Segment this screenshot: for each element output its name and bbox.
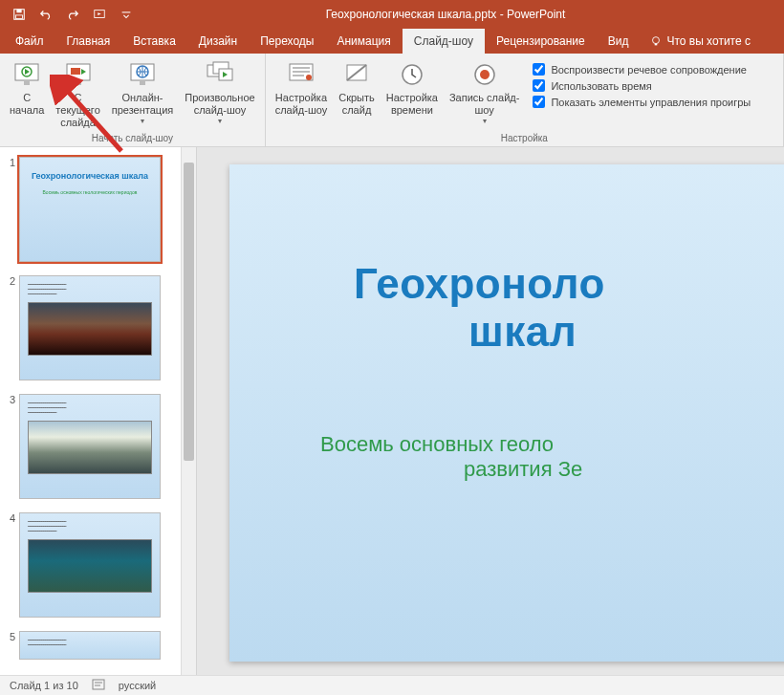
from-current-button[interactable]: С текущего слайда	[52, 57, 103, 131]
status-language[interactable]: русский	[119, 680, 156, 691]
thumb-number: 2	[6, 275, 19, 380]
tab-insert[interactable]: Вставка	[121, 29, 187, 54]
table-row: 3 ━━━━━━━━━━━━━━━━━━━━━━━━━━━━━━━━━━━━━━…	[6, 394, 177, 499]
tab-home[interactable]: Главная	[55, 29, 122, 54]
lightbulb-icon	[649, 34, 663, 48]
custom-slideshow-label: Произвольное слайд-шоу	[185, 92, 254, 117]
slideshow-options: Воспроизвести речевое сопровождение Испо…	[527, 57, 756, 108]
group-start-slideshow: С начала С текущего слайда Онлайн- презе…	[0, 54, 266, 146]
from-beginning-button[interactable]: С начала	[6, 57, 48, 119]
scrollbar-handle[interactable]	[184, 163, 194, 461]
qat-customize-button[interactable]	[115, 3, 138, 26]
undo-button[interactable]	[34, 3, 57, 26]
svg-rect-11	[76, 81, 81, 85]
svg-rect-12	[71, 68, 80, 75]
slide-thumbnails-panel: 1 Геохронологическая шкала Восемь основн…	[0, 147, 196, 675]
record-label: Запись слайд- шоу	[449, 92, 519, 117]
thumbnail-3[interactable]: ━━━━━━━━━━━━━━━━━━━━━━━━━━━━━━━━━━━━━━━━…	[19, 394, 161, 499]
hide-slide-button[interactable]: Скрыть слайд	[335, 57, 379, 119]
svg-rect-4	[122, 11, 131, 12]
thumb-image	[28, 539, 152, 593]
quick-access-toolbar	[0, 3, 145, 26]
ribbon-tabs: Файл Главная Вставка Дизайн Переходы Ани…	[0, 29, 784, 54]
chk-narration[interactable]: Воспроизвести речевое сопровождение	[533, 63, 751, 76]
present-online-button[interactable]: Онлайн- презентация ▾	[108, 57, 178, 127]
chk-controls-input[interactable]	[533, 96, 545, 108]
chk-timings[interactable]: Использовать время	[533, 79, 751, 92]
thumb-text: ━━━━━━━━━━━━━━━━━━━━━━━━━━━━━━━━━━━━━━━━	[20, 632, 160, 651]
thumb-image	[28, 421, 152, 474]
tab-design[interactable]: Дизайн	[187, 29, 249, 54]
setup-icon	[286, 59, 316, 90]
group-setup: Настройка слайд-шоу Скрыть слайд Настрой…	[266, 54, 784, 146]
redo-button[interactable]	[61, 3, 84, 26]
thumb-text: ━━━━━━━━━━━━━━━━━━━━━━━━━━━━━━━━━━━━━━━━…	[20, 276, 160, 300]
thumbnail-4[interactable]: ━━━━━━━━━━━━━━━━━━━━━━━━━━━━━━━━━━━━━━━━…	[19, 512, 161, 618]
tab-file[interactable]: Файл	[4, 29, 55, 54]
chk-narration-input[interactable]	[533, 63, 545, 76]
thumb-number: 4	[6, 512, 19, 618]
tab-review[interactable]: Рецензирование	[485, 29, 597, 54]
setup-slideshow-button[interactable]: Настройка слайд-шоу	[272, 57, 332, 119]
table-row: 1 Геохронологическая шкала Восемь основн…	[6, 157, 177, 262]
thumbnails-scrollbar[interactable]	[181, 147, 196, 675]
svg-rect-1	[16, 10, 21, 13]
chk-timings-input[interactable]	[533, 79, 545, 92]
chevron-down-icon: ▾	[141, 117, 144, 125]
thumb-image	[28, 302, 152, 356]
present-online-label: Онлайн- презентация	[112, 92, 174, 117]
custom-slideshow-button[interactable]: Произвольное слайд-шоу ▾	[181, 57, 258, 127]
workspace: 1 Геохронологическая шкала Восемь основн…	[0, 147, 784, 675]
tab-transitions[interactable]: Переходы	[249, 29, 325, 54]
ribbon: С начала С текущего слайда Онлайн- презе…	[0, 54, 784, 147]
chk-controls[interactable]: Показать элементы управления проигры	[533, 96, 751, 108]
tab-animations[interactable]: Анимация	[325, 29, 402, 54]
hide-slide-icon	[341, 59, 372, 90]
slide-subtitle[interactable]: Восемь основных геоло развития Зе	[229, 356, 784, 482]
svg-rect-2	[16, 15, 23, 19]
rehearse-button[interactable]: Настройка времени	[382, 57, 442, 119]
notes-icon[interactable]	[92, 678, 105, 693]
presentation-play-icon	[11, 59, 42, 90]
thumb-number: 1	[6, 157, 19, 262]
thumb-subtitle: Восемь основных геологических периодов	[20, 182, 160, 195]
group-label-start: Начать слайд-шоу	[0, 133, 265, 146]
tab-slideshow[interactable]: Слайд-шоу	[403, 29, 485, 54]
title-bar: Геохронологическая шкала.pptx - PowerPoi…	[0, 0, 784, 29]
table-row: 2 ━━━━━━━━━━━━━━━━━━━━━━━━━━━━━━━━━━━━━━…	[6, 275, 177, 380]
svg-rect-8	[24, 81, 30, 85]
thumbnail-5[interactable]: ━━━━━━━━━━━━━━━━━━━━━━━━━━━━━━━━━━━━━━━━	[19, 631, 161, 660]
svg-point-5	[653, 37, 660, 44]
thumb-title: Геохронологическая шкала	[20, 158, 160, 182]
status-slide-count[interactable]: Слайд 1 из 10	[10, 680, 78, 691]
thumbnail-1[interactable]: Геохронологическая шкала Восемь основных…	[19, 157, 161, 262]
save-button[interactable]	[8, 3, 31, 26]
record-icon	[469, 59, 500, 90]
record-button[interactable]: Запись слайд- шоу ▾	[446, 57, 523, 127]
svg-point-23	[306, 75, 312, 80]
thumb-text: ━━━━━━━━━━━━━━━━━━━━━━━━━━━━━━━━━━━━━━━━…	[20, 513, 160, 537]
table-row: 4 ━━━━━━━━━━━━━━━━━━━━━━━━━━━━━━━━━━━━━━…	[6, 512, 177, 618]
slide-canvas-area: Геохроноло шкал Восемь основных геоло ра…	[196, 147, 784, 675]
slide-title[interactable]: Геохроноло шкал	[229, 164, 784, 356]
thumb-number: 5	[6, 631, 19, 660]
rehearse-label: Настройка времени	[386, 92, 438, 117]
svg-rect-6	[655, 44, 658, 46]
thumbnail-2[interactable]: ━━━━━━━━━━━━━━━━━━━━━━━━━━━━━━━━━━━━━━━━…	[19, 275, 161, 380]
table-row: 5 ━━━━━━━━━━━━━━━━━━━━━━━━━━━━━━━━━━━━━━…	[6, 631, 177, 660]
start-from-beginning-button[interactable]	[88, 3, 111, 26]
current-slide[interactable]: Геохроноло шкал Восемь основных геоло ра…	[229, 164, 784, 662]
hide-slide-label: Скрыть слайд	[338, 92, 375, 117]
from-beginning-label: С начала	[10, 92, 44, 117]
window-title: Геохронологическая шкала.pptx - PowerPoi…	[145, 8, 784, 21]
group-label-setup: Настройка	[266, 133, 783, 146]
presentation-online-icon	[127, 59, 158, 90]
chevron-down-icon: ▾	[218, 117, 222, 125]
presentation-custom-icon	[205, 59, 235, 90]
clock-icon	[397, 59, 427, 90]
presentation-current-icon	[63, 59, 94, 90]
thumb-text: ━━━━━━━━━━━━━━━━━━━━━━━━━━━━━━━━━━━━━━━━…	[20, 395, 160, 419]
tell-me-search[interactable]: Что вы хотите с	[640, 29, 762, 54]
from-current-label: С текущего слайда	[55, 92, 99, 129]
tab-view[interactable]: Вид	[597, 29, 641, 54]
